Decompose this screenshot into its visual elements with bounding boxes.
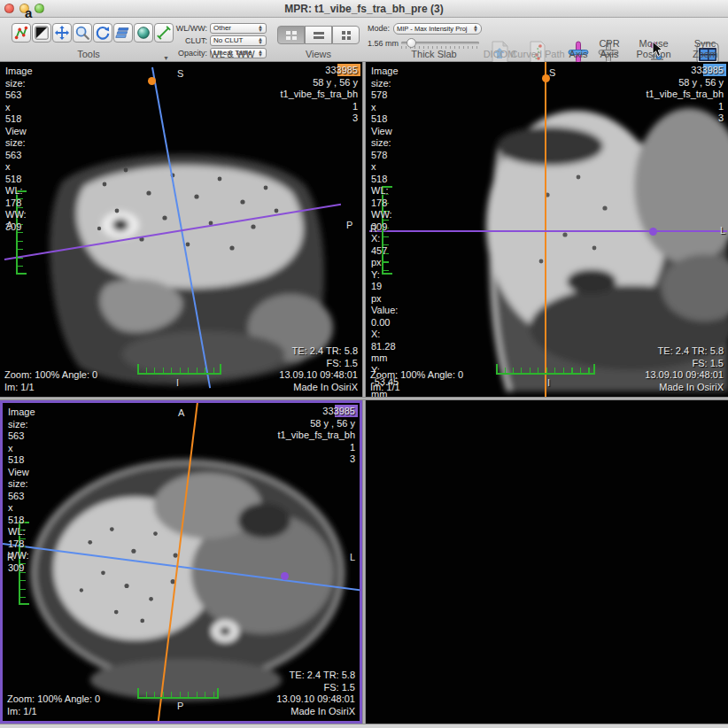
orientation-right: P (346, 220, 352, 230)
overlay-bottom-left: Zoom: 100% Angle: 0Im: 1/1 (370, 369, 463, 393)
scale-ruler-horizontal (496, 368, 595, 375)
osirix-logo: a (25, 5, 32, 20)
overlay-line: Image size: 563 x 518 (5, 66, 13, 126)
overlay-line: 3 (647, 112, 724, 125)
wlww-section-label: WL & WW (186, 49, 279, 59)
clut-select[interactable]: No CLUT ▲▼ (210, 35, 267, 46)
orientation-top: S (549, 67, 555, 78)
overlay-line: TE: 2.4 TR: 5.8 (645, 345, 724, 358)
zoom-tool-button[interactable] (73, 23, 92, 43)
thick-slab-group: Mode: MIP - Max Intensity Proj ▲▼ 1.56 m… (368, 22, 487, 50)
overlay-line: Made In OsiriX (279, 382, 358, 394)
window-bottom-edge (0, 724, 728, 728)
overlay-line: 1 (647, 101, 724, 113)
popup-arrows-icon: ▲▼ (258, 25, 263, 32)
popup-arrows-icon: ▲▼ (258, 37, 263, 44)
overlay-line: 58 y , 56 y (278, 418, 355, 430)
overlay-top-right: 33398558 y , 56 yt1_vibe_fs_tra_bh13 (278, 406, 355, 466)
layout-split-icon (340, 30, 352, 41)
overlay-line: TE: 2.4 TR: 5.8 (276, 670, 355, 682)
tools-section-label: Tools (35, 49, 142, 59)
overlay-line: 13.09.10 09:48:01 (276, 693, 355, 706)
sphere-icon (136, 25, 151, 41)
viewport-sagittal[interactable]: Image size: 563 x 518View size: 563 x 51… (0, 62, 362, 397)
path-tool-button[interactable] (12, 23, 31, 43)
stack-icon (115, 25, 131, 41)
layout-rows-icon (313, 30, 325, 41)
overlay-line: View size: 563 x 518 (5, 126, 13, 186)
rotate-tool-button[interactable] (93, 23, 112, 43)
mpr-window: MPR: t1_vibe_fs_tra_bh_pre (3) a (0, 0, 728, 728)
crosshair-handle-dot[interactable] (281, 572, 289, 580)
viewport-divider-horizontal[interactable] (0, 397, 728, 400)
viewport-axial-selected[interactable]: Image size: 563 x 518View size: 563 x 51… (0, 400, 362, 724)
overlay-bottom-left: Zoom: 100% Angle: 0Im: 1/1 (7, 693, 100, 717)
overlay-top-right: 33398558 y , 56 yt1_vibe_fs_tra_bh13 (281, 65, 358, 125)
overlay-line: Zoom: 100% Angle: 0 (370, 369, 463, 382)
overlay-line: 333985 (281, 65, 358, 77)
orientation-left: A (6, 220, 12, 230)
overlay-line: Im: 1/1 (7, 706, 100, 718)
viewport-grid: Image size: 563 x 518View size: 563 x 51… (0, 62, 728, 728)
overlay-line: WL: 178 WW: 309 (8, 526, 16, 574)
magnify-icon (74, 25, 90, 41)
rotate-3d-tool-button[interactable] (134, 23, 153, 43)
orientation-right: L (350, 552, 355, 562)
orientation-bottom: P (177, 701, 183, 711)
overlay-line: Made In OsiriX (645, 382, 724, 394)
overlay-line: Zoom: 100% Angle: 0 (4, 369, 97, 382)
overlay-top-left: Image size: 563 x 518View size: 563 x 51… (4, 65, 14, 74)
overlay-line: Im: 1/1 (4, 382, 97, 394)
view-layout-rows-button[interactable] (305, 26, 332, 44)
slider-thumb[interactable] (407, 38, 416, 48)
views-segmented-control (277, 26, 360, 44)
slab-mode-select[interactable]: MIP - Max Intensity Proj ▲▼ (393, 23, 482, 35)
crosshair-line-purple[interactable] (369, 230, 727, 232)
overlay-line: t1_vibe_fs_tra_bh (281, 89, 358, 101)
stack-scroll-tool-button[interactable] (113, 23, 133, 43)
overlay-line: View size: 578 x 518 (371, 126, 379, 186)
overlay-top-left: Image size: 563 x 518View size: 563 x 51… (7, 406, 17, 415)
crosshair-handle-dot[interactable] (649, 228, 657, 236)
wlww-tool-button[interactable] (32, 23, 51, 43)
orientation-bottom: I (176, 377, 179, 388)
slab-thickness-slider[interactable] (401, 38, 479, 49)
toolbar: ▼ Tools WL/WW: Other ▲▼ CLUT: No CLUT ▲▼… (0, 18, 728, 62)
orientation-right: L (720, 225, 725, 236)
pan-icon (54, 25, 70, 41)
orientation-left: R (7, 552, 14, 562)
tools-group (12, 23, 174, 43)
overlay-line: Made In OsiriX (276, 706, 355, 718)
tools-overflow-caret[interactable]: ▼ (163, 55, 169, 61)
wl-ww-contrast-icon (34, 25, 50, 41)
scale-ruler-horizontal (137, 368, 221, 375)
overlay-line: 1 (281, 101, 358, 113)
overlay-line: 58 y , 56 y (281, 77, 358, 89)
titlebar: MPR: t1_vibe_fs_tra_bh_pre (3) (0, 0, 728, 18)
overlay-line: Image size: 563 x 518 (8, 407, 16, 467)
overlay-bottom-right: TE: 2.4 TR: 5.8FS: 1.513.09.10 09:48:01M… (276, 670, 355, 717)
viewport-empty[interactable] (366, 400, 728, 724)
path-tool-icon (13, 25, 29, 41)
overlay-line: 13.09.10 09:48:01 (279, 369, 358, 382)
viewport-coronal[interactable]: Image size: 578 x 518View size: 578 x 51… (366, 62, 728, 397)
thick-slab-section-label: Thick Slab (381, 49, 487, 59)
overlay-line: TE: 2.4 TR: 5.8 (279, 345, 358, 358)
sync-zoom-label: Sync Zoom (682, 38, 728, 59)
crosshair-line-orange[interactable] (545, 62, 546, 397)
pan-tool-button[interactable] (52, 23, 72, 43)
crosshair-handle-dot[interactable] (148, 77, 156, 85)
overlay-bottom-right: TE: 2.4 TR: 5.8FS: 1.513.09.10 09:48:01M… (279, 345, 358, 393)
window-title: MPR: t1_vibe_fs_tra_bh_pre (3) (0, 3, 728, 15)
wlww-select[interactable]: Other ▲▼ (210, 23, 267, 34)
curved-path-label: Curved Path (509, 49, 566, 59)
overlay-line: FS: 1.5 (279, 358, 358, 370)
view-layout-split-button[interactable] (332, 26, 360, 44)
overlay-line: X: 457 px Y: 19 px Value: 0.00 (371, 233, 379, 329)
view-layout-2x2-button[interactable] (277, 26, 305, 44)
overlay-line: 58 y , 56 y (647, 77, 724, 89)
overlay-line: 1 (278, 442, 355, 454)
viewport-divider-vertical[interactable] (362, 62, 366, 724)
overlay-line: t1_vibe_fs_tra_bh (647, 89, 724, 101)
orientation-left: R (370, 223, 377, 234)
